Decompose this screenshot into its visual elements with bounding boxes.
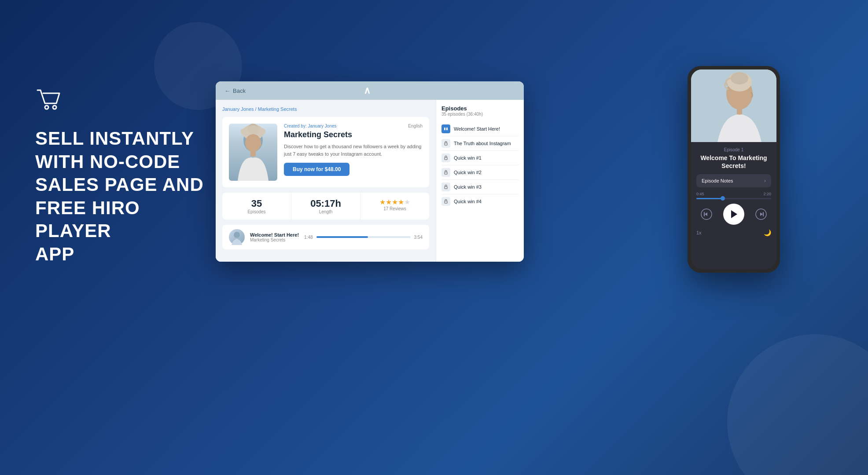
episodes-stat: 35 Episodes	[222, 193, 291, 219]
app-logo: ∧	[364, 85, 370, 96]
buy-button[interactable]: Buy now for $48.00	[284, 163, 349, 176]
phone-episode-title: Welcome To Marketing Secrets!	[696, 154, 771, 170]
lock-icon	[441, 168, 450, 177]
course-title: Marketing Secrets	[284, 130, 423, 139]
play-icon	[441, 124, 450, 133]
svg-rect-14	[445, 186, 447, 189]
lock-icon	[441, 183, 450, 191]
phone-bottom: 1x 🌙	[696, 229, 771, 236]
window-body: January Jones / Marketing Secrets	[216, 100, 524, 262]
progress-bar[interactable]	[316, 236, 411, 238]
lock-icon	[441, 153, 450, 162]
sleep-timer-icon[interactable]: 🌙	[764, 229, 771, 236]
player-info: Welcome! Start Here! Marketing Secrets	[250, 232, 299, 242]
course-image	[229, 124, 277, 181]
episode-item-4[interactable]: Quick win #3	[441, 180, 519, 194]
created-by: Created by: January Jones	[284, 124, 337, 128]
phone-content: Episode 1 Welcome To Marketing Secrets! …	[691, 142, 776, 269]
phone-cover	[691, 69, 776, 142]
episode-item-2[interactable]: Quick win #1	[441, 151, 519, 165]
cart-icon	[35, 88, 62, 112]
episode-name: Quick win #3	[454, 184, 482, 190]
svg-rect-10	[446, 128, 448, 130]
svg-point-1	[53, 106, 56, 109]
episode-item-0[interactable]: Welcome! Start Here!	[441, 122, 519, 136]
episodes-title: Episodes	[441, 105, 519, 112]
episode-item-3[interactable]: Quick win #2	[441, 165, 519, 180]
stats-row: 35 Episodes 05:17h Length ★★★★★ 17 Revie…	[222, 193, 429, 219]
svg-rect-12	[445, 157, 447, 160]
hero-section: SELL INSTANTLY WITH NO-CODE SALES PAGE A…	[35, 88, 220, 266]
length-stat: 05:17h Length	[291, 193, 360, 219]
svg-point-19	[731, 72, 748, 84]
episode-name: Quick win #4	[454, 199, 482, 204]
window-header: ← Back ∧	[216, 81, 524, 100]
lock-icon	[441, 139, 450, 148]
svg-point-8	[234, 232, 240, 238]
phone-controls	[696, 204, 771, 225]
content-area: January Jones / Marketing Secrets	[216, 100, 436, 262]
episode-name: Quick win #2	[454, 170, 482, 175]
phone-inner: Episode 1 Welcome To Marketing Secrets! …	[691, 69, 776, 269]
play-button[interactable]	[723, 204, 744, 225]
episode-name: The Truth about Instagram	[454, 141, 511, 146]
svg-rect-20	[737, 107, 742, 115]
svg-rect-15	[445, 201, 447, 203]
episode-list: Welcome! Start Here!The Truth about Inst…	[441, 122, 519, 208]
episode-name: Welcome! Start Here!	[454, 126, 500, 132]
hero-text: SELL INSTANTLY WITH NO-CODE SALES PAGE A…	[35, 127, 220, 266]
course-info: Created by: January Jones English Market…	[284, 124, 423, 181]
svg-point-5	[247, 125, 259, 134]
phone-progress-area: 0:45 2:20	[696, 192, 771, 199]
speed-label[interactable]: 1x	[696, 230, 702, 235]
course-card: Created by: January Jones English Market…	[222, 117, 429, 187]
language-badge: English	[408, 124, 423, 128]
rewind-button[interactable]	[699, 206, 714, 222]
reviews-stat: ★★★★★ 17 Reviews	[360, 193, 429, 219]
phone-notes-button[interactable]: Episode Notes ›	[696, 174, 771, 187]
episodes-panel: Episodes 35 episodes (36:40h) Welcome! S…	[436, 100, 524, 262]
phone-progress-bar[interactable]	[696, 198, 771, 199]
forward-button[interactable]	[753, 206, 769, 222]
mobile-phone: Episode 1 Welcome To Marketing Secrets! …	[688, 66, 780, 273]
breadcrumb: January Jones / Marketing Secrets	[222, 106, 429, 112]
player-bar: Welcome! Start Here! Marketing Secrets 1…	[222, 225, 429, 249]
episode-item-1[interactable]: The Truth about Instagram	[441, 136, 519, 151]
lock-icon	[441, 197, 450, 206]
svg-point-0	[45, 106, 48, 109]
desktop-window: ← Back ∧ January Jones / Marketing Secre…	[216, 81, 524, 262]
episodes-count: 35 episodes (36:40h)	[441, 112, 519, 117]
svg-rect-13	[445, 172, 447, 174]
progress-area: 1:48 3:54	[304, 235, 423, 240]
course-description: Discover how to get a thousand new follo…	[284, 143, 423, 157]
svg-rect-11	[445, 143, 447, 145]
svg-rect-9	[444, 128, 445, 130]
back-button[interactable]: ← Back	[224, 88, 246, 94]
episode-name: Quick win #1	[454, 155, 482, 161]
phone-episode-num: Episode 1	[696, 147, 771, 152]
episode-item-5[interactable]: Quick win #4	[441, 194, 519, 208]
player-thumbnail	[229, 229, 245, 245]
